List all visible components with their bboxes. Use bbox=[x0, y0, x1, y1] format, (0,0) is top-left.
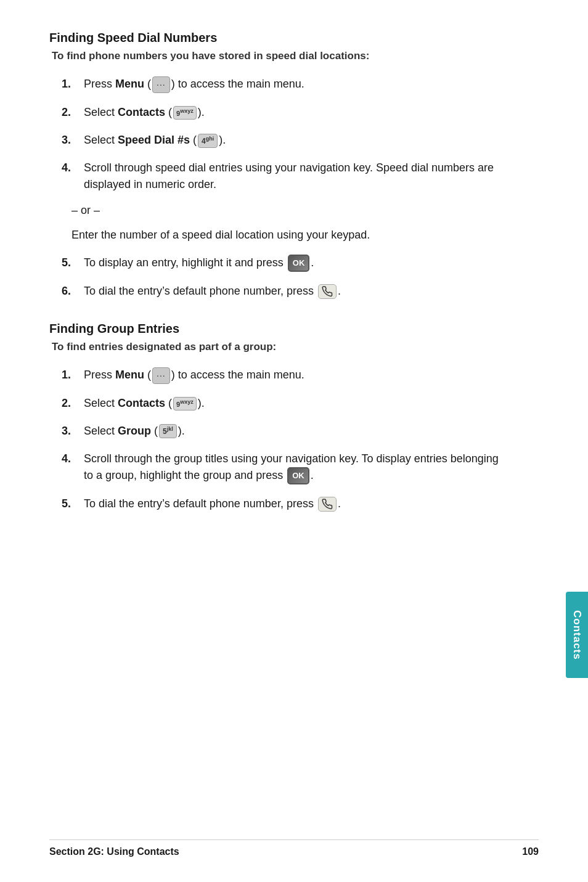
call-key bbox=[318, 284, 337, 299]
page-footer: Section 2G: Using Contacts 109 bbox=[49, 839, 539, 857]
contacts-side-tab: Contacts bbox=[566, 592, 588, 678]
section1-intro: To find phone numbers you have stored in… bbox=[49, 50, 505, 62]
step-text: Select Contacts (9wxyz). bbox=[84, 395, 505, 412]
step-text: To display an entry, highlight it and pr… bbox=[84, 255, 505, 272]
step-num: 5. bbox=[62, 255, 84, 271]
section2-steps: 1. Press Menu () to access the main menu… bbox=[62, 367, 505, 512]
step-bold: Contacts bbox=[118, 397, 165, 409]
extra-para: Enter the number of a speed dial locatio… bbox=[71, 227, 505, 243]
step-bold: Menu bbox=[115, 78, 144, 90]
ok-key: OK bbox=[288, 255, 310, 272]
step-num: 2. bbox=[62, 104, 84, 121]
step-num: 3. bbox=[62, 132, 84, 149]
step-1-2: 2. Select Contacts (9wxyz). bbox=[62, 104, 505, 121]
step-2-2: 2. Select Contacts (9wxyz). bbox=[62, 395, 505, 412]
contacts-key: 9wxyz bbox=[173, 106, 197, 120]
step-bold: Menu bbox=[115, 369, 144, 381]
section1-steps: 1. Press Menu () to access the main menu… bbox=[62, 76, 505, 193]
step-bold: Speed Dial #s bbox=[118, 134, 190, 146]
menu-key bbox=[152, 76, 170, 93]
step-1-6: 6. To dial the entry’s default phone num… bbox=[62, 283, 505, 300]
step-2-1: 1. Press Menu () to access the main menu… bbox=[62, 367, 505, 384]
step-num: 5. bbox=[62, 496, 84, 512]
step-text: Select Contacts (9wxyz). bbox=[84, 104, 505, 121]
contacts-key: 9wxyz bbox=[173, 397, 197, 410]
step-num: 4. bbox=[62, 451, 84, 467]
call-key bbox=[318, 497, 337, 512]
step-bold: Contacts bbox=[118, 106, 165, 118]
step-1-1: 1. Press Menu () to access the main menu… bbox=[62, 76, 505, 93]
section2-intro: To find entries designated as part of a … bbox=[49, 341, 505, 353]
step-2-3: 3. Select Group (5jkl). bbox=[62, 423, 505, 439]
group-key: 5jkl bbox=[159, 424, 177, 438]
page-content: Finding Speed Dial Numbers To find phone… bbox=[0, 0, 555, 573]
section1-steps-cont: 5. To display an entry, highlight it and… bbox=[62, 255, 505, 300]
step-2-4: 4. Scroll through the group titles using… bbox=[62, 451, 505, 484]
step-text: Select Speed Dial #s (4ghi). bbox=[84, 132, 505, 149]
step-2-5: 5. To dial the entry’s default phone num… bbox=[62, 496, 505, 512]
section1-heading: Finding Speed Dial Numbers bbox=[49, 31, 505, 45]
menu-key bbox=[152, 367, 170, 384]
step-text: Select Group (5jkl). bbox=[84, 423, 505, 439]
step-text: Scroll through the group titles using yo… bbox=[84, 451, 505, 484]
step-num: 1. bbox=[62, 76, 84, 92]
step-text: Press Menu () to access the main menu. bbox=[84, 76, 505, 93]
footer-section-label: Section 2G: Using Contacts bbox=[49, 846, 179, 857]
step-1-5: 5. To display an entry, highlight it and… bbox=[62, 255, 505, 272]
step-num: 1. bbox=[62, 367, 84, 383]
step-text: Press Menu () to access the main menu. bbox=[84, 367, 505, 384]
step-text: To dial the entry’s default phone number… bbox=[84, 283, 505, 300]
step-num: 4. bbox=[62, 160, 84, 176]
section2-heading: Finding Group Entries bbox=[49, 322, 505, 336]
step-bold: Group bbox=[118, 425, 151, 437]
step-text: To dial the entry’s default phone number… bbox=[84, 496, 505, 512]
step-num: 6. bbox=[62, 283, 84, 300]
step-1-4: 4. Scroll through speed dial entries usi… bbox=[62, 160, 505, 193]
step-num: 3. bbox=[62, 423, 84, 439]
footer-page-num: 109 bbox=[522, 846, 539, 857]
step-1-3: 3. Select Speed Dial #s (4ghi). bbox=[62, 132, 505, 149]
speed-dial-key: 4ghi bbox=[198, 134, 218, 148]
or-divider: – or – bbox=[71, 204, 505, 217]
step-num: 2. bbox=[62, 395, 84, 412]
side-tab-label: Contacts bbox=[571, 610, 583, 660]
ok-key: OK bbox=[287, 467, 309, 484]
section2: Finding Group Entries To find entries de… bbox=[49, 322, 505, 512]
step-text: Scroll through speed dial entries using … bbox=[84, 160, 505, 193]
